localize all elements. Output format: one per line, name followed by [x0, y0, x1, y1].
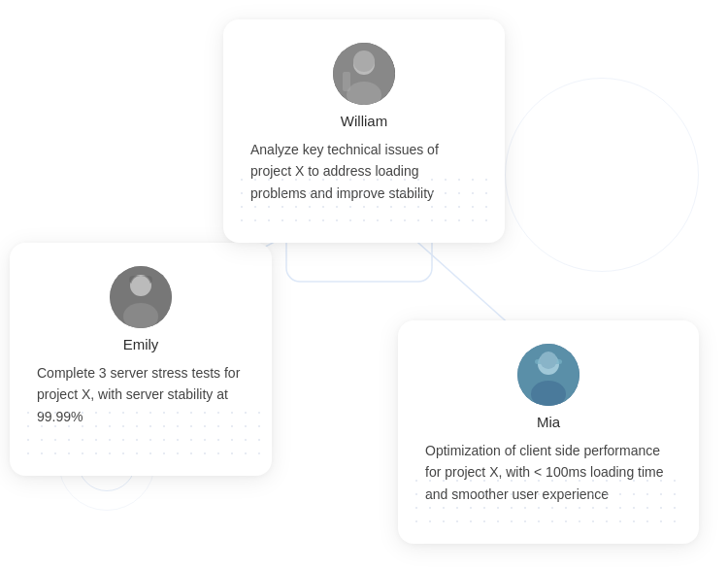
card-emily: Emily Complete 3 server stress tests for…: [10, 243, 272, 476]
svg-point-12: [538, 353, 559, 375]
mia-avatar-svg: [517, 344, 579, 406]
svg-point-4: [353, 53, 375, 75]
card-william: William Analyze key technical issues of …: [223, 19, 505, 243]
william-avatar-svg: [333, 43, 395, 105]
emily-name: Emily: [123, 336, 159, 352]
emily-avatar-container: Emily: [37, 266, 245, 352]
emily-avatar: [110, 266, 172, 328]
william-name: William: [341, 113, 387, 129]
william-avatar-container: William: [250, 43, 478, 129]
mia-avatar-container: Mia: [425, 344, 672, 430]
william-avatar: [333, 43, 395, 105]
mia-avatar: [517, 344, 579, 406]
william-task: Analyze key technical issues of project …: [250, 139, 478, 204]
svg-rect-10: [129, 276, 152, 284]
svg-rect-6: [343, 72, 350, 91]
mia-name: Mia: [537, 414, 560, 430]
bg-decoration-circle-1: [505, 78, 699, 272]
scene: William Analyze key technical issues of …: [0, 0, 728, 569]
emily-task: Complete 3 server stress tests for proje…: [37, 362, 245, 427]
emily-avatar-svg: [110, 266, 172, 328]
mia-task: Optimization of client side performance …: [425, 440, 672, 505]
svg-rect-14: [535, 359, 562, 364]
card-mia: Mia Optimization of client side performa…: [398, 320, 699, 544]
